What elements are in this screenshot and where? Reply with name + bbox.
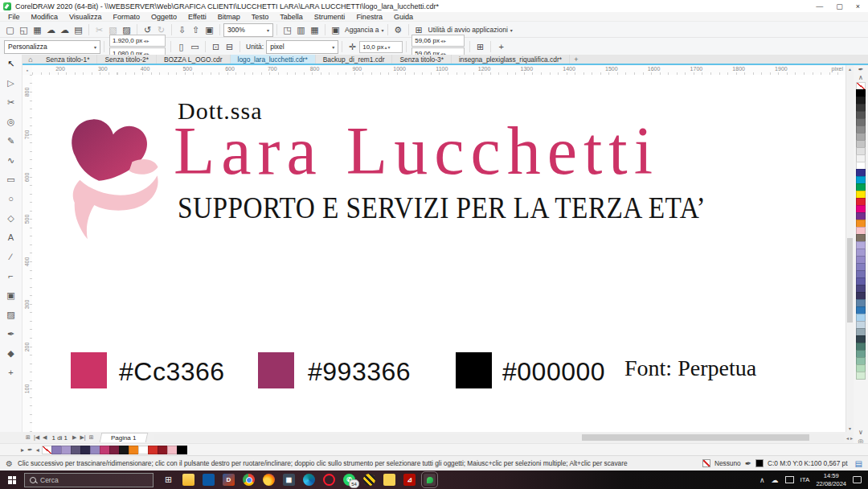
last-page-button[interactable]: ▶|: [80, 434, 85, 441]
file-explorer-icon[interactable]: [182, 474, 194, 486]
swatch-purple[interactable]: [258, 352, 294, 388]
heart-hand-logo[interactable]: [59, 109, 165, 247]
docpalette-eyedropper-icon[interactable]: ✒: [27, 446, 33, 454]
docpalette-scroll-left-icon[interactable]: ◂: [36, 446, 39, 454]
tab-senza-titolo-3[interactable]: Senza titolo-3*: [392, 55, 451, 64]
crop-tool[interactable]: ✂: [3, 96, 19, 109]
add-tool-button[interactable]: +: [3, 366, 19, 379]
color-swatch[interactable]: [177, 446, 187, 454]
publish-pdf-button[interactable]: ▣: [203, 23, 216, 36]
chrome-icon[interactable]: [243, 474, 255, 486]
eyedropper-tool[interactable]: ✒: [3, 327, 19, 340]
menu-effetti[interactable]: Effetti: [182, 13, 212, 21]
show-rulers-button[interactable]: ▥: [294, 23, 308, 36]
rectangle-tool[interactable]: ▭: [3, 173, 19, 186]
palette-scroll-down-icon[interactable]: ∨: [858, 429, 863, 437]
open-button[interactable]: ◱: [17, 23, 31, 36]
whatsapp-icon[interactable]: ✆ 54: [343, 474, 355, 486]
duplicate-distance-x-field[interactable]: 59,06 px◂▸: [411, 35, 465, 47]
application-launcher-dropdown[interactable]: Utilità di avvio applicazioni: [428, 26, 508, 34]
menu-visualizza[interactable]: Visualizza: [63, 13, 107, 21]
show-grid-button[interactable]: ▦: [308, 23, 321, 36]
firefox-icon[interactable]: [263, 474, 275, 486]
scroll-up-icon[interactable]: ▴: [846, 66, 854, 72]
menu-guida[interactable]: Guida: [388, 13, 419, 21]
palette-eyedropper-icon[interactable]: ✒: [858, 66, 864, 74]
portrait-button[interactable]: ▯: [174, 40, 188, 53]
clipchamp-icon[interactable]: D: [223, 474, 235, 486]
add-toolbar-button[interactable]: +: [494, 40, 508, 53]
swatch-black-label[interactable]: #000000: [502, 357, 605, 387]
vertical-scrollbar[interactable]: ▴ ▾: [845, 65, 854, 432]
tab-bozza-logo[interactable]: BOZZA L_OGO.cdr: [157, 55, 231, 64]
logo-tagline-text[interactable]: SUPPORTO E SERVIZI PER LA TERZA ETA’: [178, 191, 706, 225]
zoom-level-select[interactable]: 300% ▾: [223, 23, 273, 37]
swatch-pink[interactable]: [71, 352, 107, 388]
restore-button[interactable]: ▢: [836, 2, 843, 10]
menu-oggetto[interactable]: Oggetto: [145, 13, 182, 21]
menu-tabella[interactable]: Tabella: [274, 13, 309, 21]
tray-chevron-up-icon[interactable]: ∧: [760, 476, 765, 484]
vertical-scrollbar-thumb[interactable]: [847, 238, 853, 323]
palette-scroll-up-icon[interactable]: ∧: [858, 74, 863, 82]
text-tool[interactable]: A: [3, 231, 19, 244]
dimension-tool[interactable]: ∕: [3, 250, 19, 263]
tray-display-icon[interactable]: [785, 476, 794, 483]
add-page-after-button[interactable]: ⊞: [89, 434, 94, 441]
swatch-pink-label[interactable]: #Cc3366: [119, 357, 225, 387]
menu-strumenti[interactable]: Strumenti: [309, 13, 351, 21]
import-button[interactable]: ⇩: [175, 23, 189, 36]
microsoft-store-icon[interactable]: [203, 474, 215, 486]
drawing-page[interactable]: Dott.ssa Lara Lucchetti SUPPORTO E SERVI…: [32, 75, 845, 432]
start-button[interactable]: [0, 471, 24, 489]
current-page-button[interactable]: ⊟: [223, 40, 236, 53]
swatch-purple-label[interactable]: #993366: [308, 357, 411, 387]
print-button[interactable]: ▤: [72, 23, 85, 36]
edge-icon[interactable]: [303, 474, 315, 486]
cut-button[interactable]: ✂: [92, 23, 106, 36]
font-note-text[interactable]: Font: Perpetua: [624, 355, 756, 381]
welcome-home-tab[interactable]: ⌂: [23, 55, 39, 64]
acrobat-icon[interactable]: ⊿: [403, 474, 416, 486]
tab-logo-lara-lucchetti[interactable]: logo_lara_lucchetti.cdr*: [231, 55, 316, 64]
calculator-icon[interactable]: ▦: [283, 474, 295, 486]
sticky-notes-icon[interactable]: [383, 474, 395, 486]
interactive-fill-tool[interactable]: ◆: [3, 347, 19, 360]
taskbar-search-input[interactable]: Cerca: [24, 473, 154, 487]
tray-onedrive-icon[interactable]: ☁: [772, 476, 779, 484]
landscape-button[interactable]: ▭: [188, 40, 202, 53]
swatch-black[interactable]: [456, 352, 492, 388]
menu-formato[interactable]: Formato: [107, 13, 145, 21]
tab-insegna-plexiglass[interactable]: insegna_plexiglass_riqualifica.cdr*: [452, 55, 570, 64]
all-pages-button[interactable]: ⊡: [209, 40, 223, 53]
fullscreen-preview-button[interactable]: ◳: [280, 23, 294, 36]
horizontal-scrollbar[interactable]: [154, 434, 844, 442]
ellipse-tool[interactable]: ○: [3, 192, 19, 205]
minimize-button[interactable]: —: [816, 2, 823, 10]
treat-as-filled-button[interactable]: ⊞: [473, 40, 487, 53]
menu-testo[interactable]: Testo: [246, 13, 275, 21]
first-page-button[interactable]: |◀: [34, 434, 39, 441]
horizontal-scrollbar-thumb[interactable]: [582, 434, 809, 441]
tab-senza-titolo-2[interactable]: Senza titolo-2*: [97, 55, 156, 64]
menu-bitmap[interactable]: Bitmap: [212, 13, 246, 21]
nudge-distance-field[interactable]: 10,0 px▴▾: [359, 41, 403, 53]
tab-backup-di-rem1[interactable]: Backup_di_rem1.cdr: [316, 55, 393, 64]
options-gear-button[interactable]: ⚙: [391, 23, 405, 36]
task-view-icon[interactable]: ⊞: [162, 474, 174, 486]
taskbar-clock[interactable]: 14:59 22/08/2024: [816, 472, 846, 487]
units-select[interactable]: pixel ▾: [266, 40, 338, 54]
scroll-left-icon[interactable]: ◂: [846, 435, 849, 441]
next-page-button[interactable]: ▶: [72, 434, 76, 441]
scroll-right-icon[interactable]: ▸: [850, 435, 853, 441]
tab-senza-titolo-1[interactable]: Senza titolo-1*: [39, 55, 97, 64]
freehand-tool[interactable]: ✎: [3, 134, 19, 147]
artistic-media-tool[interactable]: ∿: [3, 154, 19, 166]
cloud-download-button[interactable]: ☁: [58, 23, 72, 36]
language-indicator[interactable]: ITA: [800, 476, 810, 483]
notification-center-icon[interactable]: [853, 476, 862, 483]
drop-shadow-tool[interactable]: ▣: [3, 289, 19, 302]
menu-file[interactable]: File: [2, 13, 26, 21]
menu-finestra[interactable]: Finestra: [350, 13, 388, 21]
opera-icon[interactable]: [323, 474, 335, 486]
